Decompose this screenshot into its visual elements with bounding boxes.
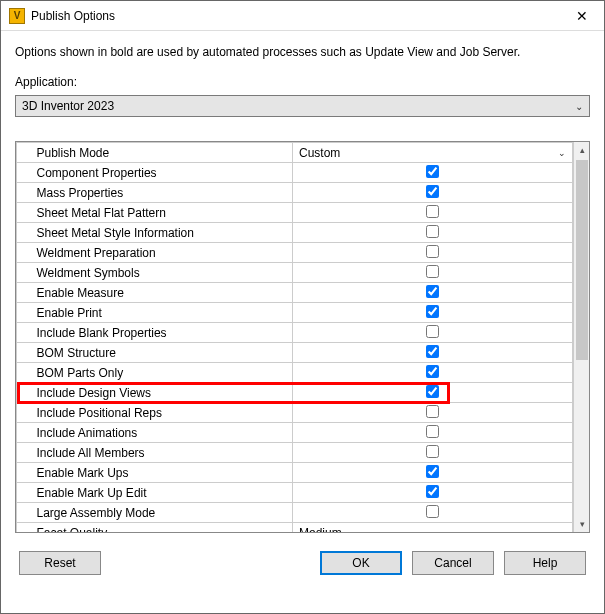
option-label: Enable Print (31, 303, 293, 323)
application-label: Application: (15, 75, 590, 89)
row-indent (17, 383, 31, 403)
window-title: Publish Options (31, 9, 559, 23)
option-value-cell (293, 483, 573, 503)
option-label: Component Properties (31, 163, 293, 183)
option-label: Weldment Symbols (31, 263, 293, 283)
option-row: Facet QualityMedium⌄ (17, 523, 573, 533)
option-checkbox[interactable] (426, 385, 439, 398)
row-indent (17, 403, 31, 423)
option-checkbox[interactable] (426, 365, 439, 378)
cancel-button[interactable]: Cancel (412, 551, 494, 575)
row-indent (17, 523, 31, 533)
option-row: Enable Print (17, 303, 573, 323)
option-value-cell: Custom⌄ (293, 143, 573, 163)
option-label: Publish Mode (31, 143, 293, 163)
option-value-cell (293, 163, 573, 183)
application-value: 3D Inventor 2023 (22, 99, 114, 113)
description-text: Options shown in bold are used by automa… (15, 45, 590, 59)
option-checkbox[interactable] (426, 285, 439, 298)
row-indent (17, 283, 31, 303)
option-label: Large Assembly Mode (31, 503, 293, 523)
row-indent (17, 483, 31, 503)
option-label: Weldment Preparation (31, 243, 293, 263)
option-value-cell (293, 183, 573, 203)
option-row: BOM Structure (17, 343, 573, 363)
option-checkbox[interactable] (426, 405, 439, 418)
option-checkbox[interactable] (426, 165, 439, 178)
reset-button[interactable]: Reset (19, 551, 101, 575)
scroll-up-arrow[interactable]: ▴ (574, 142, 590, 158)
chevron-down-icon: ⌄ (558, 528, 566, 533)
titlebar: V Publish Options ✕ (1, 1, 604, 31)
option-value-cell (293, 323, 573, 343)
options-grid: Publish ModeCustom⌄Component PropertiesM… (15, 141, 590, 533)
row-indent (17, 183, 31, 203)
option-row: Enable Measure (17, 283, 573, 303)
option-checkbox[interactable] (426, 265, 439, 278)
dialog-content: Options shown in bold are used by automa… (1, 31, 604, 541)
option-row: Large Assembly Mode (17, 503, 573, 523)
option-checkbox[interactable] (426, 245, 439, 258)
vertical-scrollbar[interactable]: ▴ ▾ (573, 142, 589, 532)
option-checkbox[interactable] (426, 345, 439, 358)
scroll-down-arrow[interactable]: ▾ (574, 516, 590, 532)
option-value-cell (293, 243, 573, 263)
option-dropdown-value: Custom (299, 146, 340, 160)
option-row: Include Animations (17, 423, 573, 443)
row-indent (17, 463, 31, 483)
option-label: Enable Measure (31, 283, 293, 303)
option-value-cell (293, 363, 573, 383)
application-dropdown[interactable]: 3D Inventor 2023 ⌄ (15, 95, 590, 117)
option-row: Weldment Preparation (17, 243, 573, 263)
option-checkbox[interactable] (426, 305, 439, 318)
option-checkbox[interactable] (426, 225, 439, 238)
option-value-cell (293, 223, 573, 243)
option-checkbox[interactable] (426, 205, 439, 218)
option-checkbox[interactable] (426, 505, 439, 518)
row-indent (17, 323, 31, 343)
option-checkbox[interactable] (426, 465, 439, 478)
close-button[interactable]: ✕ (559, 1, 604, 31)
option-label: Include Blank Properties (31, 323, 293, 343)
ok-button[interactable]: OK (320, 551, 402, 575)
option-label: Include Positional Reps (31, 403, 293, 423)
dialog-footer: Reset OK Cancel Help (1, 541, 604, 575)
option-label: Facet Quality (31, 523, 293, 533)
row-indent (17, 423, 31, 443)
option-label: Include Animations (31, 423, 293, 443)
option-label: Include Design Views (31, 383, 293, 403)
option-checkbox[interactable] (426, 325, 439, 338)
scroll-thumb[interactable] (576, 160, 588, 360)
row-indent (17, 243, 31, 263)
option-checkbox[interactable] (426, 485, 439, 498)
option-label: Enable Mark Ups (31, 463, 293, 483)
option-row: Include Positional Reps (17, 403, 573, 423)
row-indent (17, 363, 31, 383)
option-value-cell (293, 303, 573, 323)
option-row: Include Blank Properties (17, 323, 573, 343)
option-dropdown[interactable]: Custom⌄ (297, 143, 568, 162)
option-label: Mass Properties (31, 183, 293, 203)
option-checkbox[interactable] (426, 425, 439, 438)
chevron-down-icon: ⌄ (558, 148, 566, 158)
app-icon: V (9, 8, 25, 24)
row-indent (17, 263, 31, 283)
option-row: BOM Parts Only (17, 363, 573, 383)
option-label: BOM Parts Only (31, 363, 293, 383)
option-value-cell (293, 423, 573, 443)
option-dropdown[interactable]: Medium⌄ (297, 523, 568, 532)
row-indent (17, 503, 31, 523)
option-checkbox[interactable] (426, 445, 439, 458)
option-value-cell (293, 443, 573, 463)
row-indent (17, 443, 31, 463)
option-value-cell (293, 263, 573, 283)
option-label: BOM Structure (31, 343, 293, 363)
help-button[interactable]: Help (504, 551, 586, 575)
option-value-cell (293, 463, 573, 483)
option-dropdown-value: Medium (299, 526, 342, 533)
option-row: Include All Members (17, 443, 573, 463)
option-row: Enable Mark Ups (17, 463, 573, 483)
option-value-cell (293, 283, 573, 303)
option-checkbox[interactable] (426, 185, 439, 198)
option-value-cell (293, 383, 573, 403)
